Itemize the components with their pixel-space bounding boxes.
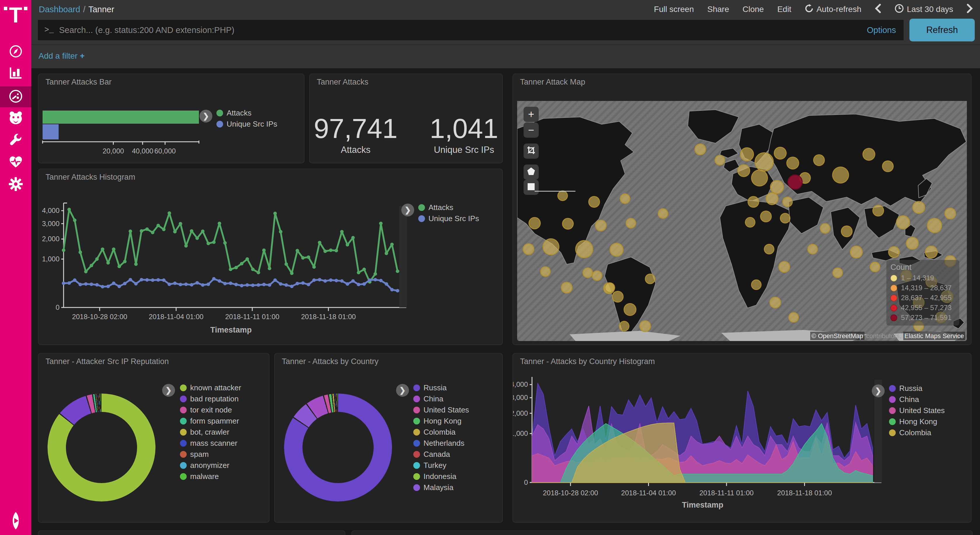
legend-item[interactable]: mass scanner — [180, 438, 241, 449]
legend-item[interactable]: United States — [413, 404, 469, 416]
legend-item[interactable]: Attacks — [216, 107, 277, 118]
osm-attribution[interactable]: © OpenStreetMap — [810, 332, 864, 340]
legend-item[interactable]: Hong Kong — [413, 416, 469, 427]
map-crop-tool-button[interactable] — [523, 143, 539, 159]
attack-location-circle[interactable] — [925, 246, 938, 258]
attack-location-circle[interactable] — [612, 291, 624, 303]
attack-location-circle[interactable] — [882, 161, 894, 172]
edit-button[interactable]: Edit — [777, 5, 791, 14]
attack-location-circle[interactable] — [605, 282, 615, 293]
attack-location-circle[interactable] — [562, 218, 574, 229]
world-map[interactable]: + − Count 1 – 14,31914,319 – 28,63728,63… — [517, 101, 967, 341]
attack-location-circle[interactable] — [770, 180, 784, 194]
attack-location-circle[interactable] — [740, 147, 754, 161]
sidebar-item-discover[interactable] — [0, 42, 31, 62]
legend-expand-icon[interactable]: ❯ — [872, 384, 885, 397]
attack-location-circle[interactable] — [769, 297, 781, 308]
attack-location-circle[interactable] — [872, 205, 884, 217]
attack-location-circle[interactable] — [619, 321, 629, 331]
time-range-picker[interactable]: Last 30 days — [894, 4, 953, 15]
attack-location-circle[interactable] — [807, 244, 818, 255]
sidebar-item-devtools[interactable] — [0, 131, 31, 151]
attack-location-circle[interactable] — [582, 268, 593, 278]
legend-item[interactable]: Hong Kong — [889, 416, 945, 427]
map-zoom-out-button[interactable]: − — [523, 123, 539, 138]
legend-item[interactable]: Colombia — [413, 427, 469, 438]
time-forward-button[interactable] — [967, 4, 973, 15]
sidebar-item-monitoring[interactable] — [0, 153, 31, 172]
attack-location-circle[interactable] — [786, 157, 799, 169]
legend-item[interactable]: Unique Src IPs — [418, 213, 479, 224]
attack-location-circle[interactable] — [523, 243, 535, 255]
attack-location-circle[interactable] — [927, 218, 942, 233]
refresh-button[interactable]: Refresh — [909, 19, 975, 41]
legend-item[interactable]: Netherlands — [413, 438, 469, 449]
attack-location-circle[interactable] — [764, 244, 775, 255]
sidebar-item-visualize[interactable] — [0, 64, 31, 83]
legend-item[interactable]: Colombia — [889, 427, 945, 438]
legend-item[interactable]: spam — [180, 449, 241, 460]
attack-location-circle[interactable] — [944, 208, 956, 220]
options-link[interactable]: Options — [867, 25, 896, 35]
add-filter-link[interactable]: Add a filter + — [38, 51, 84, 61]
legend-item[interactable]: Canada — [413, 449, 469, 460]
clone-button[interactable]: Clone — [743, 5, 764, 14]
fullscreen-button[interactable]: Full screen — [654, 5, 694, 14]
legend-item[interactable]: tor exit node — [180, 404, 241, 416]
map-zoom-in-button[interactable]: + — [523, 107, 539, 122]
sidebar-item-honeypot[interactable] — [0, 109, 31, 128]
attack-location-circle[interactable] — [528, 217, 541, 229]
legend-item[interactable]: form spammer — [180, 416, 241, 427]
legend-item[interactable]: China — [889, 394, 945, 405]
attack-location-circle[interactable] — [714, 155, 725, 166]
attack-location-circle[interactable] — [788, 174, 803, 189]
attack-location-circle[interactable] — [780, 213, 791, 223]
attack-location-circle[interactable] — [912, 201, 925, 214]
attack-location-circle[interactable] — [888, 246, 900, 258]
legend-item[interactable]: Unique Src IPs — [216, 118, 277, 129]
legend-item[interactable]: known attacker — [180, 382, 241, 393]
legend-expand-icon[interactable]: ❯ — [199, 110, 212, 123]
legend-item[interactable]: United States — [889, 405, 945, 416]
legend-item[interactable]: malware — [180, 471, 241, 482]
attack-location-circle[interactable] — [625, 218, 636, 228]
reputation-donut-chart[interactable] — [48, 393, 156, 502]
attack-location-circle[interactable] — [575, 240, 593, 258]
legend-item[interactable]: anonymizer — [180, 460, 241, 471]
attack-location-circle[interactable] — [609, 243, 624, 257]
attack-location-circle[interactable] — [640, 320, 651, 332]
legend-item[interactable]: bot, crawler — [180, 427, 241, 438]
legend-expand-icon[interactable]: ❯ — [162, 384, 175, 397]
attack-location-circle[interactable] — [745, 217, 756, 228]
attack-location-circle[interactable] — [557, 191, 568, 201]
search-input[interactable]: >_ Search... (e.g. status:200 AND extens… — [38, 20, 904, 40]
country-donut-chart[interactable] — [284, 393, 392, 502]
ems-attribution[interactable]: Elastic Maps Service — [903, 332, 965, 340]
legend-item[interactable]: China — [413, 393, 469, 404]
attack-location-circle[interactable] — [592, 271, 602, 281]
attack-location-circle[interactable] — [588, 196, 600, 208]
legend-expand-icon[interactable]: ❯ — [401, 204, 414, 217]
attack-location-circle[interactable] — [561, 282, 573, 293]
attack-location-circle[interactable] — [774, 147, 787, 159]
breadcrumb-dashboard-link[interactable]: Dashboard — [39, 5, 80, 14]
attack-location-circle[interactable] — [760, 211, 772, 222]
attack-location-circle[interactable] — [754, 152, 774, 172]
attack-location-circle[interactable] — [540, 266, 550, 277]
attack-location-circle[interactable] — [751, 169, 768, 186]
legend-item[interactable]: Russia — [889, 383, 945, 394]
attack-location-circle[interactable] — [870, 262, 880, 272]
attack-location-circle[interactable] — [658, 208, 668, 219]
map-polygon-tool-button[interactable] — [523, 164, 539, 180]
attack-location-circle[interactable] — [820, 223, 830, 234]
attack-location-circle[interactable] — [778, 261, 790, 273]
attack-location-circle[interactable] — [841, 226, 853, 237]
legend-item[interactable]: Indonesia — [413, 471, 469, 482]
attack-location-circle[interactable] — [694, 143, 706, 155]
share-button[interactable]: Share — [707, 5, 729, 14]
legend-item[interactable]: Turkey — [413, 460, 469, 471]
sidebar-item-dashboard[interactable] — [0, 86, 31, 107]
attack-location-circle[interactable] — [624, 303, 636, 316]
map-rectangle-tool-button[interactable] — [523, 180, 539, 195]
attack-location-circle[interactable] — [595, 220, 607, 231]
